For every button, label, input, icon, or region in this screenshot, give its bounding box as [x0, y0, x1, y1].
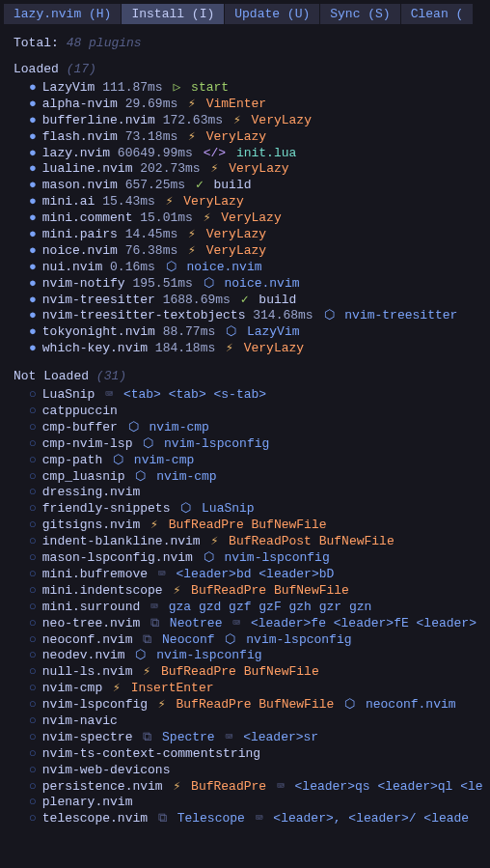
plugin-name: cmp_luasnip [42, 469, 125, 484]
plugin-row[interactable]: ●tokyonight.nvim 88.77ms ⬡ LazyVim [29, 324, 486, 341]
plugin-tag: LuaSnip [202, 501, 255, 516]
plugin-tag: Neoconf [162, 632, 215, 647]
tab-update[interactable]: Update (U) [225, 4, 320, 24]
plugin-name: mini.indentscope [42, 583, 163, 598]
plugin-name: lazy.nvim [42, 146, 110, 160]
plugin-row[interactable]: ●lazy.nvim 60649.99ms </> init.lua [29, 146, 486, 162]
plugin-row[interactable]: ○neo-tree.nvim ⧉ Neotree ⌨ <leader>fe <l… [29, 616, 486, 632]
plugin-row[interactable]: ●mini.comment 15.01ms ⚡ VeryLazy [29, 210, 486, 227]
tab-clean[interactable]: Clean ( [401, 4, 475, 24]
code-icon: </> [204, 146, 226, 160]
plugin-row[interactable]: ○mini.surround ⌨ gza gzd gzf gzF gzh gzr… [29, 600, 486, 616]
plugin-row[interactable]: ○plenary.nvim [29, 795, 486, 811]
plugin-name: lualine.nvim [42, 161, 133, 176]
bolt-icon: ⚡ [233, 113, 241, 127]
bullet-icon: ● [29, 113, 37, 127]
plugin-row[interactable]: ●mini.ai 15.43ms ⚡ VeryLazy [29, 194, 486, 210]
plugin-row[interactable]: ●nvim-notify 195.51ms ⬡ noice.nvim [29, 276, 486, 293]
keyboard-icon: ⌨ [232, 616, 240, 630]
plugin-name: nvim-treesitter [42, 293, 155, 307]
plugin-name: noice.nvim [42, 243, 118, 258]
keyboard-icon: ⌨ [277, 779, 285, 794]
plugin-name: cmp-path [42, 453, 102, 467]
plugin-row[interactable]: ○mini.bufremove ⌨ <leader>bd <leader>bD [29, 567, 486, 583]
bolt-icon: ⚡ [143, 664, 150, 679]
plugin-tag: <tab> <tab> <s-tab> [123, 387, 266, 402]
plugin-row[interactable]: ○dressing.nvim [29, 485, 486, 501]
plugin-row[interactable]: ○cmp-nvim-lsp ⬡ nvim-lspconfig [29, 436, 486, 453]
plugin-row[interactable]: ○nvim-navic [29, 714, 486, 730]
command-icon: ⧉ [143, 730, 151, 744]
tab-sync[interactable]: Sync (S) [320, 4, 400, 24]
plugin-tag: noice.nvim [186, 260, 261, 274]
plugin-time: 29.69ms [125, 97, 178, 111]
plugin-row[interactable]: ○nvim-lspconfig ⚡ BufReadPre BufNewFile … [29, 697, 486, 714]
plugin-row[interactable]: ○telescope.nvim ⧉ Telescope ⌨ <leader>, … [29, 811, 486, 827]
plugin-row[interactable]: ○friendly-snippets ⬡ LuaSnip [29, 501, 486, 518]
keyboard-icon: ⌨ [256, 811, 263, 826]
plugin-row[interactable]: ○gitsigns.nvim ⚡ BufReadPre BufNewFile [29, 518, 486, 534]
plugin-row[interactable]: ○mason-lspconfig.nvim ⬡ nvim-lspconfig [29, 550, 486, 567]
box-icon: ⬡ [128, 420, 139, 434]
bullet-icon: ● [29, 227, 37, 241]
bullet-icon: ○ [29, 616, 37, 630]
plugin-row[interactable]: ○indent-blankline.nvim ⚡ BufReadPost Buf… [29, 534, 486, 550]
plugin-row[interactable]: ○cmp-buffer ⬡ nvim-cmp [29, 420, 486, 436]
bullet-icon: ● [29, 194, 37, 209]
plugin-tag: <leader>sr [243, 730, 318, 744]
box-icon: ⬡ [204, 550, 214, 565]
plugin-row[interactable]: ○neodev.nvim ⬡ nvim-lspconfig [29, 648, 486, 664]
plugin-row[interactable]: ●which-key.nvim 184.18ms ⚡ VeryLazy [29, 341, 486, 357]
plugin-name: tokyonight.nvim [42, 324, 155, 339]
total-line: Total: 48 plugins [4, 36, 486, 50]
not-loaded-label: Not Loaded [14, 369, 89, 383]
plugin-row[interactable]: ○cmp_luasnip ⬡ nvim-cmp [29, 469, 486, 486]
play-icon: ▷ [173, 80, 180, 95]
bullet-icon: ● [29, 129, 37, 144]
tab-lazy[interactable]: lazy.nvim (H) [4, 4, 122, 24]
plugin-row[interactable]: ○nvim-web-devicons [29, 763, 486, 779]
plugin-row[interactable]: ●LazyVim 111.87ms ▷ start [29, 80, 486, 97]
plugin-tag: LazyVim [247, 324, 300, 339]
plugin-row[interactable]: ○persistence.nvim ⚡ BufReadPre ⌨ <leader… [29, 779, 486, 796]
plugin-tag: InsertEnter [131, 681, 214, 695]
plugin-name: nui.nvim [42, 260, 102, 274]
plugin-row[interactable]: ○nvim-ts-context-commentstring [29, 746, 486, 763]
box-icon: ⬡ [166, 260, 177, 274]
plugin-row[interactable]: ●lualine.nvim 202.73ms ⚡ VeryLazy [29, 161, 486, 178]
plugin-row[interactable]: ○neoconf.nvim ⧉ Neoconf ⬡ nvim-lspconfig [29, 632, 486, 649]
plugin-row[interactable]: ●nvim-treesitter-textobjects 314.68ms ⬡ … [29, 308, 486, 324]
box-icon: ⬡ [135, 648, 146, 662]
plugin-name: neoconf.nvim [42, 632, 133, 647]
box-icon: ⬡ [344, 697, 355, 712]
plugin-row[interactable]: ○null-ls.nvim ⚡ BufReadPre BufNewFile [29, 664, 486, 681]
plugin-row[interactable]: ●nui.nvim 0.16ms ⬡ noice.nvim [29, 260, 486, 276]
plugin-row[interactable]: ○nvim-cmp ⚡ InsertEnter [29, 681, 486, 697]
plugin-row[interactable]: ●bufferline.nvim 172.63ms ⚡ VeryLazy [29, 113, 486, 129]
plugin-time: 15.43ms [102, 194, 155, 209]
plugin-row[interactable]: ○nvim-spectre ⧉ Spectre ⌨ <leader>sr [29, 730, 486, 746]
plugin-row[interactable]: ○LuaSnip ⌨ <tab> <tab> <s-tab> [29, 387, 486, 404]
plugin-row[interactable]: ●mason.nvim 657.25ms ✓ build [29, 178, 486, 194]
bullet-icon: ○ [29, 811, 37, 826]
bullet-icon: ● [29, 178, 37, 192]
plugin-row[interactable]: ●flash.nvim 73.18ms ⚡ VeryLazy [29, 129, 486, 146]
plugin-row[interactable]: ●mini.pairs 14.45ms ⚡ VeryLazy [29, 227, 486, 243]
plugin-row[interactable]: ●nvim-treesitter 1688.69ms ✓ build [29, 293, 486, 309]
bullet-icon: ○ [29, 404, 37, 418]
plugin-row[interactable]: ○mini.indentscope ⚡ BufReadPre BufNewFil… [29, 583, 486, 600]
keyboard-icon: ⌨ [105, 387, 113, 402]
plugin-row[interactable]: ●alpha-nvim 29.69ms ⚡ VimEnter [29, 97, 486, 113]
bolt-icon: ⚡ [113, 681, 121, 695]
bullet-icon: ○ [29, 485, 37, 499]
box-icon: ⬡ [180, 501, 191, 516]
plugin-tag: BufReadPost BufNewFile [229, 534, 395, 548]
plugin-tag: BufReadPre BufNewFile [191, 583, 349, 598]
plugin-row[interactable]: ○cmp-path ⬡ nvim-cmp [29, 453, 486, 469]
not-loaded-header: Not Loaded (31) [4, 369, 486, 383]
plugin-row[interactable]: ●noice.nvim 76.38ms ⚡ VeryLazy [29, 243, 486, 260]
tab-install[interactable]: Install (I) [122, 4, 225, 24]
plugin-row[interactable]: ○catppuccin [29, 404, 486, 420]
bullet-icon: ○ [29, 763, 37, 777]
keyboard-icon: ⌨ [150, 600, 158, 614]
